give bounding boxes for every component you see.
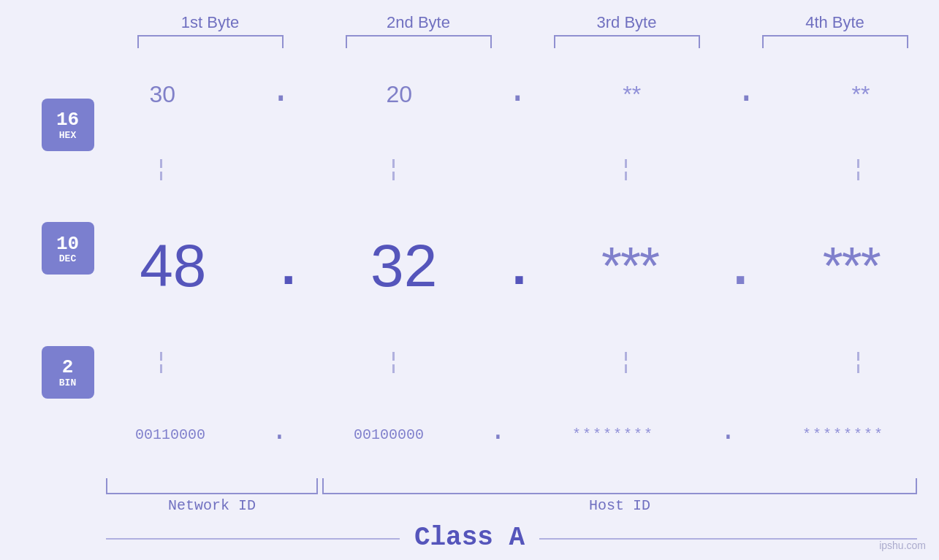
class-row: Class A — [0, 523, 939, 553]
pipe2 — [392, 159, 395, 180]
badges-column: 16 HEX 10 DEC 2 BIN — [0, 55, 102, 478]
bin-dot1: . — [271, 424, 288, 445]
hex-badge: 16 HEX — [42, 99, 94, 151]
bin-b1: 00110000 — [135, 426, 205, 443]
pipe5 — [160, 352, 162, 373]
id-labels: Network ID Host ID — [106, 497, 917, 514]
bin-b3: ******** — [572, 426, 654, 443]
class-label: Class A — [400, 523, 539, 553]
dec-b4: *** — [823, 236, 880, 296]
hex-b1: 30 — [150, 81, 176, 108]
hex-b3: ** — [623, 81, 641, 108]
bottom-section: Network ID Host ID — [0, 478, 939, 514]
host-id-label: Host ID — [322, 497, 917, 514]
top-brackets — [0, 35, 939, 48]
byte4-header: 4th Byte — [737, 13, 934, 32]
dec-dot1: . — [281, 239, 296, 292]
dec-dot3: . — [733, 239, 748, 292]
dec-b1: 48 — [140, 231, 206, 300]
network-id-label: Network ID — [106, 497, 318, 514]
hex-row: 30 . 20 . ** . ** — [102, 81, 917, 108]
bracket-byte2 — [346, 35, 492, 48]
dec-badge: 10 DEC — [42, 222, 94, 275]
main-container: 1st Byte 2nd Byte 3rd Byte 4th Byte 16 H… — [0, 0, 939, 560]
byte2-header: 2nd Byte — [320, 13, 517, 32]
dec-dot2: . — [512, 239, 527, 292]
bin-row: 00110000 . 00100000 . ******** . *******… — [102, 424, 917, 445]
sep-row-1 — [102, 159, 917, 180]
dec-b2: 32 — [370, 231, 437, 300]
bin-b2: 00100000 — [354, 426, 424, 443]
bin-b4: ******** — [802, 426, 884, 443]
bracket-byte4 — [762, 35, 908, 48]
bin-dot3: . — [720, 424, 737, 445]
hex-dot2: . — [506, 82, 528, 107]
bracket-byte1 — [137, 35, 284, 48]
sep-row-2 — [102, 352, 917, 373]
bin-dot2: . — [490, 424, 506, 445]
byte3-header: 3rd Byte — [528, 13, 726, 32]
hex-dot1: . — [270, 82, 292, 107]
byte1-header: 1st Byte — [112, 13, 309, 32]
bracket-network — [106, 478, 318, 494]
pipe6 — [392, 352, 395, 373]
bracket-host — [322, 478, 917, 494]
dec-b3: *** — [601, 236, 658, 296]
pipe8 — [857, 352, 859, 373]
pipe3 — [625, 159, 627, 180]
watermark: ipshu.com — [879, 540, 926, 551]
pipe4 — [857, 159, 859, 180]
dec-row: 48 . 32 . *** . *** — [102, 231, 917, 300]
byte-headers: 1st Byte 2nd Byte 3rd Byte 4th Byte — [0, 13, 939, 32]
bracket-byte3 — [554, 35, 700, 48]
bin-badge: 2 BIN — [42, 346, 94, 399]
pipe1 — [160, 159, 162, 180]
content-area: 16 HEX 10 DEC 2 BIN 30 . 20 . ** . ** — [0, 55, 939, 478]
bottom-brackets — [106, 478, 917, 494]
hex-dot3: . — [735, 82, 757, 107]
hex-b2: 20 — [386, 81, 412, 108]
hex-b4: ** — [851, 81, 870, 108]
pipe7 — [625, 352, 627, 373]
